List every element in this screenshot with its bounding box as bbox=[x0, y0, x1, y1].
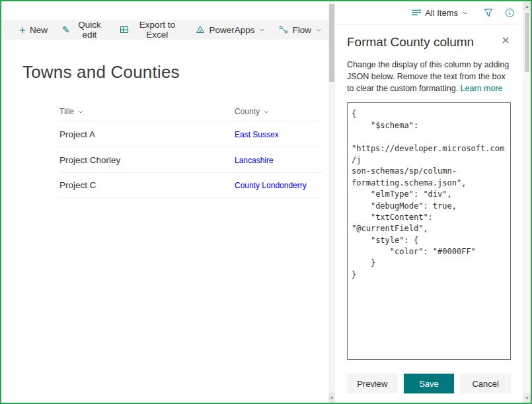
county-cell: County Londonderry bbox=[235, 180, 322, 190]
filter-button[interactable] bbox=[484, 9, 493, 17]
county-link[interactable]: County Londonderry bbox=[235, 181, 307, 190]
view-selector-label: All Items bbox=[425, 8, 458, 18]
title-cell: Project Chorley bbox=[59, 155, 235, 165]
close-icon bbox=[502, 36, 510, 44]
powerapps-button[interactable]: PowerApps bbox=[188, 20, 272, 40]
funnel-icon bbox=[484, 9, 493, 17]
flow-icon bbox=[279, 25, 288, 34]
info-button[interactable] bbox=[505, 8, 515, 18]
powerapps-label: PowerApps bbox=[209, 25, 254, 35]
scroll-down-arrow-icon[interactable]: ▼ bbox=[523, 393, 531, 403]
table-header-row: Title County bbox=[59, 102, 322, 121]
format-column-panel: Format County column Change the display … bbox=[335, 24, 523, 403]
list-view-icon bbox=[412, 9, 421, 17]
learn-more-link[interactable]: Learn more bbox=[461, 84, 503, 93]
county-cell: Lancashire bbox=[235, 155, 322, 165]
powerapps-icon bbox=[196, 25, 205, 34]
right-region: All Items Format County column bbox=[335, 1, 531, 403]
vertical-scrollbar-right[interactable]: ▲ ▼ bbox=[523, 1, 531, 403]
title-cell: Project A bbox=[59, 129, 235, 139]
list-area: + New ✎ Quick edit Export to Excel Power… bbox=[1, 1, 328, 403]
top-spacer bbox=[1, 1, 328, 20]
scroll-up-arrow-icon[interactable]: ▲ bbox=[523, 1, 531, 11]
chevron-down-icon bbox=[316, 28, 321, 32]
column-title-label: Title bbox=[59, 107, 74, 116]
chevron-down-icon bbox=[259, 28, 264, 32]
column-county-label: County bbox=[235, 107, 260, 116]
chevron-down-icon bbox=[78, 110, 83, 114]
title-cell: Project C bbox=[59, 180, 235, 190]
new-button[interactable]: + New bbox=[12, 20, 55, 40]
json-editor[interactable]: { "$schema": "https://developer.microsof… bbox=[347, 102, 511, 360]
save-button[interactable]: Save bbox=[404, 374, 455, 393]
county-link[interactable]: Lancashire bbox=[235, 156, 274, 165]
page-title: Towns and Counties bbox=[22, 62, 328, 83]
export-to-excel-label: Export to Excel bbox=[133, 20, 181, 40]
panel-footer: Preview Save Cancel bbox=[347, 366, 511, 393]
flow-label: Flow bbox=[292, 25, 311, 35]
panel-description: Change the display of this column by add… bbox=[347, 59, 511, 94]
vertical-scrollbar-middle[interactable]: ▼ bbox=[328, 1, 335, 403]
close-button[interactable] bbox=[500, 35, 511, 46]
new-button-label: New bbox=[30, 25, 48, 35]
chevron-down-icon bbox=[463, 11, 468, 15]
command-bar: + New ✎ Quick edit Export to Excel Power… bbox=[1, 20, 328, 40]
list-content: Towns and Counties Title County bbox=[1, 40, 328, 403]
quick-edit-button[interactable]: ✎ Quick edit bbox=[55, 20, 112, 40]
column-header-county[interactable]: County bbox=[235, 107, 322, 116]
county-cell: East Sussex bbox=[235, 129, 322, 139]
county-link[interactable]: East Sussex bbox=[235, 130, 279, 139]
view-selector[interactable]: All Items bbox=[408, 7, 472, 18]
pencil-icon: ✎ bbox=[62, 25, 70, 34]
view-bar: All Items bbox=[335, 1, 523, 24]
app-window: + New ✎ Quick edit Export to Excel Power… bbox=[0, 0, 532, 404]
table-row[interactable]: Project C County Londonderry bbox=[59, 172, 322, 198]
scrollbar-thumb[interactable] bbox=[525, 13, 529, 72]
quick-edit-label: Quick edit bbox=[74, 20, 106, 40]
column-header-title[interactable]: Title bbox=[59, 107, 235, 116]
panel-region: All Items Format County column bbox=[335, 1, 523, 403]
panel-title: Format County column bbox=[347, 35, 474, 50]
plus-icon: + bbox=[19, 24, 26, 36]
scrollbar-thumb[interactable] bbox=[329, 4, 334, 82]
export-to-excel-button[interactable]: Export to Excel bbox=[112, 20, 188, 40]
panel-header: Format County column bbox=[347, 35, 511, 50]
scroll-down-arrow-icon[interactable]: ▼ bbox=[328, 393, 335, 403]
info-icon bbox=[505, 8, 515, 18]
chevron-down-icon bbox=[264, 110, 269, 114]
preview-button[interactable]: Preview bbox=[347, 374, 398, 393]
table-row[interactable]: Project Chorley Lancashire bbox=[59, 147, 322, 172]
flow-button[interactable]: Flow bbox=[272, 20, 328, 40]
cancel-button[interactable]: Cancel bbox=[460, 374, 511, 393]
table-row[interactable]: Project A East Sussex bbox=[59, 121, 322, 147]
excel-icon bbox=[120, 25, 129, 34]
list-table: Title County Project A bbox=[59, 102, 322, 198]
